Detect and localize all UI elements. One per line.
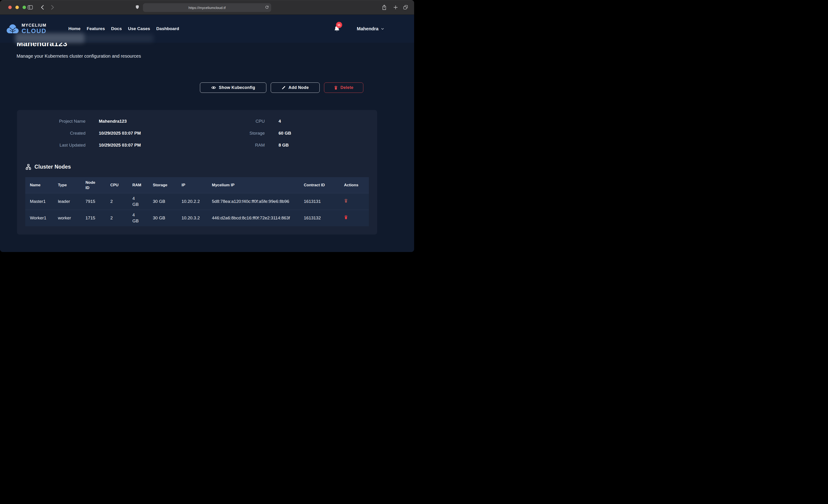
storage-label: Storage [182,130,265,136]
nav-link-dashboard[interactable]: Dashboard [156,26,179,31]
last-updated-value: 10/29/2025 03:07 PM [85,142,182,148]
add-node-label: Add Node [288,85,308,90]
show-kubeconfig-label: Show Kubeconfig [219,85,255,90]
mycelium-cloud-icon [6,24,19,34]
header-node-id: Node ID [81,177,106,193]
privacy-shield-icon[interactable] [135,5,139,10]
eye-icon [211,85,216,90]
sidebar-toggle-icon[interactable] [28,5,33,10]
created-label: Created [17,130,85,136]
cell-name: Worker1 [25,210,53,226]
back-icon[interactable] [41,5,44,10]
page-title: Mahendra123 [16,43,414,48]
header-name: Name [25,177,53,193]
last-updated-label: Last Updated [17,142,85,148]
minimize-window-button[interactable] [15,6,19,9]
cell-node-id: 7915 [81,193,106,210]
cell-contract-id: 1613131 [299,193,331,210]
cell-cpu: 2 [106,210,128,226]
cluster-nodes-table: Name Type Node ID CPU RAM Storage IP Myc… [25,177,369,226]
cell-ip: 10.20.2.2 [177,193,207,210]
close-window-button[interactable] [8,6,12,9]
header-actions: Actions [331,177,369,193]
window-controls [8,6,26,9]
header-ip: IP [177,177,207,193]
nav-links: Home Features Docs Use Cases Dashboard [69,26,179,31]
cell-mycelium-ip: 446:d2a6:8bcd:8c16:ff0f:72e2:3114:863f [207,210,299,226]
page-subtitle: Manage your Kubernetes cluster configura… [16,53,414,59]
cell-cpu: 2 [106,193,128,210]
cluster-info-grid: Project Name Mahendra123 CPU 4 Created 1… [17,110,377,148]
header-mycelium-ip: Mycelium IP [207,177,299,193]
reload-icon[interactable] [265,5,269,10]
forward-icon[interactable] [51,5,54,10]
cell-ram: 4 GB [128,193,148,210]
cell-mycelium-ip: 5d8:78ea:a120:f40c:ff0f:a5fe:99e6:8b96 [207,193,299,210]
cluster-card: Project Name Mahendra123 CPU 4 Created 1… [17,110,377,235]
header-contract-id: Contract ID [299,177,331,193]
brand-name-bottom: CLOUD [22,28,47,34]
cell-contract-id: 1613132 [299,210,331,226]
delete-node-button[interactable] [344,215,348,220]
notifications-button[interactable]: 11 [334,26,340,32]
header-type: Type [53,177,81,193]
brand-logo[interactable]: MYCELIUM CLOUD [6,23,47,34]
project-name-value: Mahendra123 [85,118,182,124]
cell-storage: 30 GB [148,210,177,226]
show-kubeconfig-button[interactable]: Show Kubeconfig [200,82,266,93]
table-row-master1: Master1 leader 7915 2 4 GB 30 GB 10.20.2… [25,193,369,210]
project-name-label: Project Name [17,118,85,124]
cpu-value: 4 [265,118,377,124]
nav-link-use-cases[interactable]: Use Cases [128,26,150,31]
share-icon[interactable] [382,5,386,10]
trash-icon [344,199,348,203]
address-bar[interactable]: https://myceliumcloud.tf [143,3,271,12]
brand-name-top: MYCELIUM [22,23,47,27]
tab-overview-icon[interactable] [403,5,408,10]
browser-window: https://myceliumcloud.tf [0,0,414,252]
page-content: Mahendra123 Manage your Kubernetes clust… [0,43,414,252]
cell-storage: 30 GB [148,193,177,210]
zoom-window-button[interactable] [23,6,26,9]
table-header-row: Name Type Node ID CPU RAM Storage IP Myc… [25,177,369,193]
cell-node-id: 1715 [81,210,106,226]
header-storage: Storage [148,177,177,193]
user-name: Mahendra [357,26,378,32]
cell-ip: 10.20.3.2 [177,210,207,226]
page-title-clip: Mahendra123 [16,43,414,48]
nav-link-docs[interactable]: Docs [111,26,122,31]
ram-label: RAM [182,142,265,148]
network-nodes-icon [25,164,32,170]
trash-icon [344,215,348,219]
cluster-nodes-title: Cluster Nodes [35,164,71,170]
cell-type: leader [53,193,81,210]
url-text: https://myceliumcloud.tf [189,6,226,10]
ram-value: 8 GB [265,142,377,148]
trash-icon [334,85,338,90]
storage-value: 60 GB [265,130,377,136]
created-value: 10/29/2025 03:07 PM [85,130,182,136]
cell-type: worker [53,210,81,226]
browser-chrome: https://myceliumcloud.tf [0,0,414,15]
cell-name: Master1 [25,193,53,210]
delete-cluster-button[interactable]: Delete [324,82,363,93]
site-navbar: MYCELIUM CLOUD Home Features Docs Use Ca… [0,15,414,43]
add-node-button[interactable]: Add Node [271,82,320,93]
delete-node-button[interactable] [344,199,348,204]
delete-label: Delete [341,85,354,90]
chevron-down-icon [381,27,384,31]
nav-link-home[interactable]: Home [69,26,81,31]
user-menu[interactable]: Mahendra [357,26,384,32]
header-cpu: CPU [106,177,128,193]
nav-link-features[interactable]: Features [87,26,105,31]
notification-count-badge: 11 [336,22,342,28]
header-ram: RAM [128,177,148,193]
cell-ram: 4 GB [128,210,148,226]
table-row-worker1: Worker1 worker 1715 2 4 GB 30 GB 10.20.3… [25,210,369,226]
cluster-nodes-heading: Cluster Nodes [25,164,377,170]
cluster-actions: Show Kubeconfig Add Node Delete [0,82,363,93]
new-tab-icon[interactable] [394,5,398,10]
cpu-label: CPU [182,118,265,124]
pencil-icon [282,86,286,90]
